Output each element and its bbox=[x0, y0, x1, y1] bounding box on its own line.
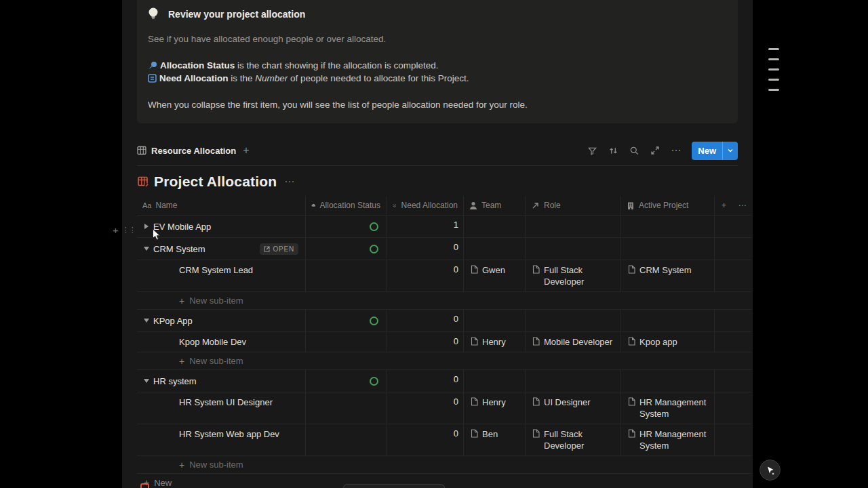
open-page-button[interactable]: OPEN bbox=[260, 243, 298, 255]
role-cell[interactable] bbox=[525, 238, 620, 260]
team-cell[interactable] bbox=[463, 370, 525, 392]
new-sub-item-button[interactable]: + New sub-item bbox=[137, 352, 751, 370]
allocation-status-cell[interactable] bbox=[305, 392, 386, 424]
project-mention[interactable]: HR Management System bbox=[639, 396, 709, 420]
name-cell[interactable]: EV Mobile App bbox=[137, 216, 305, 237]
column-label: Need Allocation bbox=[401, 201, 458, 210]
team-cell[interactable]: Gwen bbox=[463, 260, 525, 291]
column-header-name[interactable]: Aa Name bbox=[137, 196, 305, 215]
need-allocation-cell[interactable]: 0 bbox=[386, 370, 463, 392]
page-icon bbox=[532, 265, 540, 274]
allocation-status-cell[interactable] bbox=[305, 260, 386, 291]
expand-icon[interactable] bbox=[650, 146, 660, 155]
add-view-button[interactable]: + bbox=[243, 145, 249, 156]
more-options-icon[interactable]: ⋯ bbox=[671, 144, 681, 157]
name-cell[interactable]: Kpop Mobile Dev bbox=[137, 332, 305, 352]
need-allocation-cell[interactable]: 1 bbox=[386, 216, 463, 237]
allocation-status-cell[interactable] bbox=[305, 424, 386, 455]
view-tab-resource-allocation[interactable]: Resource Allocation bbox=[137, 146, 236, 156]
column-header-role[interactable]: Role bbox=[525, 196, 620, 215]
need-allocation-cell[interactable]: 0 bbox=[386, 332, 463, 352]
sort-icon[interactable] bbox=[608, 146, 618, 156]
role-cell[interactable] bbox=[525, 370, 620, 392]
column-header-team[interactable]: Team bbox=[463, 196, 525, 215]
team-cell[interactable]: Henry bbox=[463, 392, 525, 424]
role-cell[interactable] bbox=[525, 310, 620, 331]
role-cell[interactable]: Mobile Developer bbox=[525, 332, 620, 352]
team-cell[interactable] bbox=[463, 216, 525, 237]
page-icon bbox=[471, 265, 478, 274]
active-project-cell[interactable]: Kpop app bbox=[620, 332, 715, 352]
need-allocation-cell[interactable]: 0 bbox=[386, 260, 463, 291]
name-cell[interactable]: CRM System OPEN bbox=[137, 238, 305, 260]
drag-handle-icon[interactable]: ⋮⋮ bbox=[122, 226, 136, 234]
project-mention[interactable]: Kpop app bbox=[639, 336, 677, 348]
floating-cursor-button[interactable] bbox=[760, 460, 781, 481]
name-cell[interactable]: CRM System Lead bbox=[137, 260, 305, 291]
active-project-cell[interactable] bbox=[620, 310, 715, 331]
active-project-cell[interactable] bbox=[620, 370, 715, 392]
new-button[interactable]: New bbox=[692, 142, 738, 160]
new-button-chevron[interactable] bbox=[722, 142, 738, 160]
team-mention[interactable]: Gwen bbox=[482, 264, 505, 276]
role-mention[interactable]: Full Stack Developer bbox=[544, 428, 615, 451]
need-allocation-cell[interactable]: 0 bbox=[386, 238, 463, 260]
role-mention[interactable]: UI Designer bbox=[544, 396, 591, 408]
role-cell[interactable]: UI Designer bbox=[525, 392, 620, 424]
table-row-crm-system-lead: CRM System Lead 0 Gwen Full Stack Develo… bbox=[137, 260, 751, 292]
active-project-cell[interactable]: CRM System bbox=[620, 260, 715, 291]
new-sub-item-button[interactable]: + New sub-item bbox=[137, 456, 751, 474]
allocation-status-cell[interactable] bbox=[305, 238, 386, 260]
toggle-expanded-icon[interactable] bbox=[140, 314, 153, 327]
column-header-need-allocation[interactable]: Need Allocation bbox=[386, 196, 463, 215]
allocation-status-cell[interactable] bbox=[305, 216, 386, 237]
active-project-cell[interactable] bbox=[620, 238, 715, 260]
new-sub-item-button[interactable]: + New sub-item bbox=[137, 292, 751, 310]
active-project-cell[interactable]: HR Management System bbox=[620, 424, 715, 455]
table-more-icon[interactable]: ⋯ bbox=[733, 196, 751, 215]
filter-icon[interactable] bbox=[587, 146, 597, 156]
name-cell[interactable]: HR system bbox=[137, 370, 305, 392]
allocation-status-cell[interactable] bbox=[305, 332, 386, 352]
add-column-button[interactable]: + bbox=[715, 196, 733, 215]
role-cell[interactable]: Full Stack Developer bbox=[525, 260, 620, 291]
next-block-card[interactable] bbox=[343, 484, 445, 488]
title-more-icon[interactable]: ⋯ bbox=[284, 176, 295, 188]
role-mention[interactable]: Mobile Developer bbox=[544, 336, 612, 348]
name-cell[interactable]: HR System UI Designer bbox=[137, 392, 305, 424]
lightbulb-icon bbox=[148, 7, 159, 22]
new-sub-item-label: New sub-item bbox=[189, 356, 243, 366]
name-cell[interactable]: KPop App bbox=[137, 310, 305, 331]
role-mention[interactable]: Full Stack Developer bbox=[544, 264, 615, 287]
role-cell[interactable]: Full Stack Developer bbox=[525, 424, 620, 455]
table-of-contents-indicator[interactable] bbox=[768, 48, 779, 99]
need-allocation-cell[interactable]: 0 bbox=[386, 424, 463, 455]
table-row-crm-system: CRM System OPEN 0 bbox=[137, 238, 751, 260]
project-mention[interactable]: CRM System bbox=[639, 264, 692, 276]
new-button-label[interactable]: New bbox=[692, 142, 722, 160]
toggle-expanded-icon[interactable] bbox=[140, 242, 153, 256]
team-cell[interactable] bbox=[463, 238, 525, 260]
column-header-allocation-status[interactable]: Allocation Status bbox=[305, 196, 386, 215]
toggle-collapsed-icon[interactable] bbox=[140, 220, 153, 233]
team-mention[interactable]: Ben bbox=[482, 428, 498, 440]
team-cell[interactable]: Henry bbox=[463, 332, 525, 352]
need-allocation-cell[interactable]: 0 bbox=[386, 310, 463, 331]
name-cell[interactable]: HR System Web app Dev bbox=[137, 424, 305, 455]
spacer-cell bbox=[733, 392, 751, 424]
team-mention[interactable]: Henry bbox=[482, 396, 506, 408]
team-cell[interactable]: Ben bbox=[463, 424, 525, 455]
toggle-expanded-icon[interactable] bbox=[140, 374, 153, 388]
insert-row-icon[interactable]: + bbox=[113, 224, 119, 236]
allocation-status-cell[interactable] bbox=[305, 310, 386, 331]
project-mention[interactable]: HR Management System bbox=[639, 428, 709, 451]
allocation-status-cell[interactable] bbox=[305, 370, 386, 392]
team-mention[interactable]: Henry bbox=[482, 336, 506, 348]
search-icon[interactable] bbox=[629, 146, 639, 156]
active-project-cell[interactable]: HR Management System bbox=[620, 392, 715, 424]
active-project-cell[interactable] bbox=[620, 216, 715, 237]
role-cell[interactable] bbox=[525, 216, 620, 237]
need-allocation-cell[interactable]: 0 bbox=[386, 392, 463, 424]
column-header-active-project[interactable]: Active Project bbox=[620, 196, 715, 215]
team-cell[interactable] bbox=[463, 310, 525, 331]
